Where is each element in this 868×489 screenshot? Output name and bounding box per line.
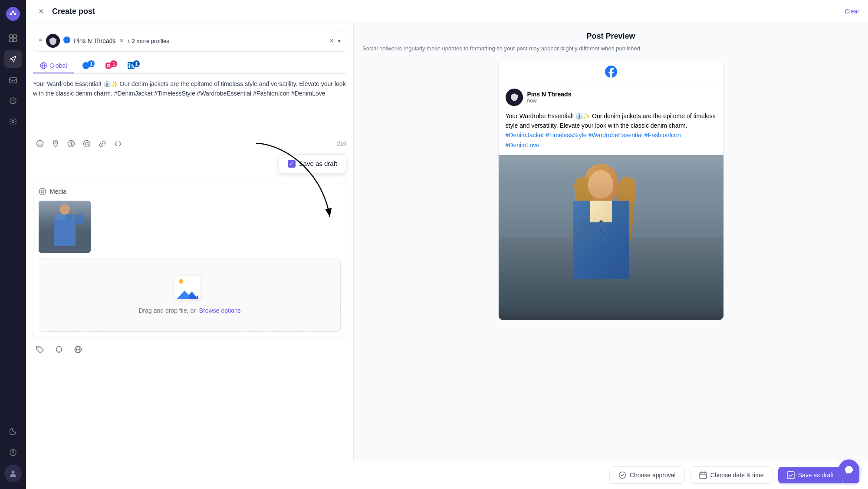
svg-point-27 xyxy=(85,142,88,145)
fb-post-header: Pins N Threads now xyxy=(499,83,723,111)
preview-title: Post Preview xyxy=(362,32,859,41)
profile-remove-icon[interactable]: ✕ xyxy=(119,38,124,44)
code-button[interactable] xyxy=(111,137,125,151)
char-count: 216 xyxy=(337,140,346,147)
sidebar-logo xyxy=(6,7,20,21)
drag-handle-icon[interactable]: ≡ xyxy=(39,37,43,45)
tab-linkedin-badge: 1 xyxy=(133,60,140,67)
choose-date-time-label: Choose date & time xyxy=(710,472,764,479)
link-button[interactable] xyxy=(95,137,109,151)
svg-point-28 xyxy=(39,188,46,195)
sidebar-item-grid[interactable] xyxy=(4,30,22,47)
save-as-draft-main-button[interactable]: Save as draft xyxy=(778,467,843,483)
sidebar-item-settings[interactable] xyxy=(4,113,22,130)
selector-clear-icon[interactable]: ✕ xyxy=(329,37,334,44)
close-button[interactable]: ✕ xyxy=(35,5,47,17)
draft-checkbox-icon: ✓ xyxy=(288,160,296,168)
upload-instruction: Drag and drop file, or xyxy=(138,307,196,314)
tab-linkedin[interactable]: 1 xyxy=(121,59,141,73)
choose-approval-label: Choose approval xyxy=(630,472,676,479)
save-as-draft-button-label: Save as draft xyxy=(798,472,834,479)
choose-date-time-button[interactable]: Choose date & time xyxy=(690,466,773,484)
more-profiles-label[interactable]: + 2 more profiles xyxy=(127,38,169,44)
draft-tooltip-container: ✓ Save as draft xyxy=(33,154,346,173)
approval-icon xyxy=(618,471,626,479)
globe-button[interactable] xyxy=(71,343,85,357)
calendar-icon xyxy=(699,471,707,479)
sidebar-item-inbox[interactable] xyxy=(4,71,22,89)
fb-profile-name: Pins N Threads xyxy=(527,91,572,98)
svg-rect-7 xyxy=(10,78,16,83)
svg-point-30 xyxy=(38,347,39,348)
hashtag-timeless-style[interactable]: #TimelessStyle xyxy=(546,132,586,139)
svg-point-9 xyxy=(12,121,14,123)
clear-button[interactable]: Clear xyxy=(845,8,859,15)
hashtag-denim-jacket[interactable]: #DenimJacket xyxy=(506,132,544,139)
sidebar-item-clock[interactable] xyxy=(4,92,22,109)
fb-preview-header xyxy=(499,60,723,83)
tab-global-label: Global xyxy=(49,62,67,69)
hashtag-fashion-icon[interactable]: #FashionIcon xyxy=(644,132,681,139)
upload-drop-area[interactable]: Drag and drop file, or Browse options xyxy=(39,258,341,332)
mention-button[interactable] xyxy=(80,137,94,151)
svg-rect-34 xyxy=(700,472,707,479)
svg-rect-20 xyxy=(129,65,130,68)
preview-notice: Social networks regularly make updates t… xyxy=(362,44,859,53)
right-panel: Post Preview Social networks regularly m… xyxy=(354,23,868,461)
svg-rect-35 xyxy=(787,472,794,479)
tab-global[interactable]: Global xyxy=(33,59,74,73)
tag-button[interactable] xyxy=(33,343,47,357)
text-toolbar: 216 xyxy=(33,133,346,154)
svg-point-29 xyxy=(41,190,44,193)
tab-facebook[interactable]: 1 xyxy=(76,59,96,73)
svg-point-0 xyxy=(10,13,12,15)
sidebar-item-moon[interactable] xyxy=(4,423,22,440)
tab-instagram-badge: 1 xyxy=(110,60,117,67)
location-button[interactable] xyxy=(49,137,62,151)
media-thumbnail xyxy=(39,201,91,253)
svg-point-23 xyxy=(39,142,39,143)
notification-button[interactable] xyxy=(52,343,66,357)
profile-name: Pins N Threads xyxy=(74,37,115,44)
save-as-draft-tooltip[interactable]: ✓ Save as draft xyxy=(279,154,346,173)
svg-rect-3 xyxy=(10,35,13,38)
bottom-action-bar: Choose approval Choose date & time Save … xyxy=(26,461,868,489)
post-form-area: Your Wardrobe Essential! 👔✨ Our denim ja… xyxy=(33,79,346,178)
profile-selector[interactable]: ≡ Pins N Threads ✕ + 2 more profiles ✕ ▾ xyxy=(33,30,346,52)
hashtag-denim-love[interactable]: #DenimLove xyxy=(506,142,540,149)
profile-avatar xyxy=(46,34,60,48)
chat-icon xyxy=(844,465,854,475)
svg-point-13 xyxy=(12,471,15,474)
hashtag-wardrobe-essential[interactable]: #WardrobeEssential xyxy=(588,132,643,139)
save-as-draft-label: Save as draft xyxy=(299,160,337,167)
sidebar-item-help[interactable] xyxy=(4,444,22,461)
chat-support-button[interactable] xyxy=(838,459,859,480)
svg-point-11 xyxy=(13,454,13,455)
topbar: ✕ Create post Clear xyxy=(26,0,868,23)
svg-point-26 xyxy=(84,140,90,147)
tab-instagram[interactable]: 1 xyxy=(98,59,119,73)
tab-facebook-badge: 1 xyxy=(88,60,95,67)
save-draft-icon xyxy=(787,471,795,479)
sidebar-item-send[interactable] xyxy=(4,50,22,68)
page-title: Create post xyxy=(52,7,95,16)
left-panel: ≡ Pins N Threads ✕ + 2 more profiles ✕ ▾ xyxy=(26,23,354,461)
browse-options-link[interactable]: Browse options xyxy=(199,307,241,314)
content-area: ≡ Pins N Threads ✕ + 2 more profiles ✕ ▾ xyxy=(26,23,868,461)
profile-selector-actions: ✕ ▾ xyxy=(329,37,341,44)
currency-button[interactable] xyxy=(64,137,78,151)
choose-approval-button[interactable]: Choose approval xyxy=(609,466,685,484)
upload-text: Drag and drop file, or Browse options xyxy=(138,307,240,314)
svg-point-2 xyxy=(14,13,16,15)
sidebar-bottom xyxy=(4,423,22,482)
facebook-icon xyxy=(63,36,70,45)
fb-post-image xyxy=(499,155,723,320)
emoji-button[interactable] xyxy=(33,137,47,151)
fb-post-body: Your Wardrobe Essential! 👔✨ Our denim ja… xyxy=(499,111,723,155)
post-text-input[interactable]: Your Wardrobe Essential! 👔✨ Our denim ja… xyxy=(33,79,346,128)
tab-bar: Global 1 1 xyxy=(33,59,346,74)
selector-chevron-icon[interactable]: ▾ xyxy=(338,37,341,44)
sidebar-item-avatar[interactable] xyxy=(4,465,22,482)
media-section: Media xyxy=(33,182,346,337)
svg-point-21 xyxy=(129,63,130,64)
